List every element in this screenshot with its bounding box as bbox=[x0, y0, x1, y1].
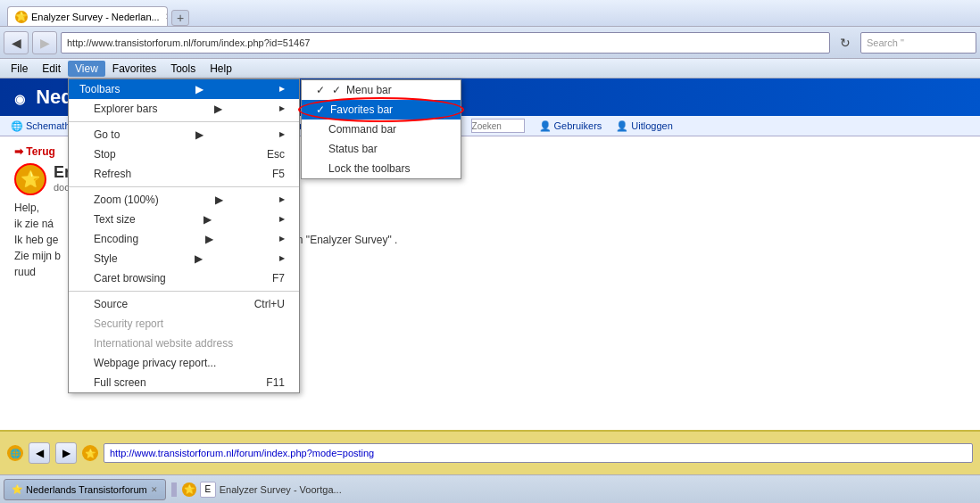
taskbar-star-icon: ⭐ bbox=[182, 482, 196, 497]
submenu-arrow5: ▶ bbox=[203, 213, 212, 226]
menu-refresh[interactable]: Refresh F5 bbox=[69, 164, 299, 184]
menu-zoom[interactable]: Zoom (100%) ▶ bbox=[69, 190, 299, 210]
forward-button[interactable]: ▶ bbox=[32, 31, 57, 54]
bottom-url[interactable]: http://www.transistorforum.nl/forum/inde… bbox=[104, 443, 973, 463]
bottom-back-btn[interactable]: ◀ bbox=[29, 442, 50, 464]
menu-zoom-label: Zoom (100%) bbox=[94, 194, 159, 206]
menu-toolbars[interactable]: Toolbars ▶ ✓ Menu bar ✓ Favorites bar bbox=[69, 79, 299, 99]
check-favoritesbar: ✓ bbox=[316, 103, 325, 116]
menu-textsize[interactable]: Text size ▶ bbox=[69, 210, 299, 229]
new-tab-button[interactable]: + bbox=[171, 10, 189, 26]
bottom-bar: 🌐 ◀ ▶ ⭐ http://www.transistorforum.nl/fo… bbox=[0, 430, 980, 474]
separator2 bbox=[69, 186, 299, 187]
title-bar: ⭐ Enalyzer Survey - Nederlan... ✕ + bbox=[0, 0, 980, 27]
menu-intl-label: International website address bbox=[94, 337, 233, 350]
submenu-statusbar[interactable]: Status bar bbox=[302, 139, 461, 159]
menu-privacy[interactable]: Webpage privacy report... bbox=[69, 353, 299, 373]
separator3 bbox=[69, 291, 299, 292]
menu-security[interactable]: Security report bbox=[69, 314, 299, 334]
menu-favorites[interactable]: Favorites bbox=[105, 61, 163, 77]
submenu-arrow2: ▶ bbox=[214, 103, 222, 115]
menu-encoding-label: Encoding bbox=[94, 233, 138, 245]
submenu-menubar-label: Menu bar bbox=[346, 84, 392, 96]
menu-stop-label: Stop bbox=[94, 148, 116, 161]
submenu-menubar[interactable]: ✓ Menu bar bbox=[302, 80, 461, 100]
tab-bar: ⭐ Enalyzer Survey - Nederlan... ✕ + bbox=[7, 0, 189, 26]
bottom-favicon: 🌐 bbox=[7, 445, 23, 461]
menu-refresh-label: Refresh bbox=[94, 168, 131, 180]
nav-zoeken[interactable] bbox=[471, 119, 525, 133]
menu-stop-shortcut: Esc bbox=[267, 148, 285, 161]
submenu-locktoolbars[interactable]: Lock the toolbars bbox=[302, 159, 461, 178]
menu-source-label: Source bbox=[94, 298, 128, 310]
menu-source-shortcut: Ctrl+U bbox=[254, 298, 285, 310]
taskbar-tab2-label: Enalyzer Survey - Voortga... bbox=[220, 484, 342, 495]
submenu-arrow3: ▶ bbox=[195, 128, 203, 141]
nav-gebruikers[interactable]: 👤 Gebruikers bbox=[539, 120, 602, 132]
menu-privacy-label: Webpage privacy report... bbox=[94, 357, 216, 369]
menu-fullscreen-label: Full screen bbox=[94, 376, 146, 389]
menu-caret[interactable]: Caret browsing F7 bbox=[69, 268, 299, 288]
submenu-arrow: ▶ bbox=[195, 83, 203, 95]
menu-view[interactable]: View Toolbars ▶ ✓ Menu bar ✓ Favorites b bbox=[68, 61, 105, 77]
menu-toolbars-label: Toolbars bbox=[79, 83, 120, 95]
taskbar-tab1-label: Nederlands Transistorforum bbox=[26, 484, 147, 495]
menu-explorerbars[interactable]: Explorer bars ▶ bbox=[69, 99, 299, 119]
menu-refresh-shortcut: F5 bbox=[272, 168, 285, 180]
url-text: http://www.transistorforum.nl/forum/inde… bbox=[67, 37, 310, 48]
separator1 bbox=[69, 121, 299, 122]
check-menubar: ✓ bbox=[332, 84, 341, 96]
submenu-locktoolbars-label: Lock the toolbars bbox=[316, 162, 410, 175]
menu-bar: File Edit View Toolbars ▶ ✓ Menu bar ✓ bbox=[0, 59, 980, 78]
view-dropdown: Toolbars ▶ ✓ Menu bar ✓ Favorites bar bbox=[68, 78, 300, 393]
address-bar[interactable]: http://www.transistorforum.nl/forum/inde… bbox=[61, 32, 830, 54]
tab-favicon: ⭐ bbox=[15, 11, 28, 23]
submenu-arrow7: ▶ bbox=[195, 252, 203, 265]
submenu-statusbar-label: Status bar bbox=[316, 143, 378, 155]
menu-source[interactable]: Source Ctrl+U bbox=[69, 294, 299, 314]
submenu-commandbar[interactable]: Command bar bbox=[302, 120, 461, 139]
bottom-forward-btn[interactable]: ▶ bbox=[55, 442, 77, 464]
close-tab-button[interactable]: ✕ bbox=[165, 12, 168, 21]
submenu-favoritesbar-label: Favorites bar bbox=[330, 103, 393, 116]
menu-encoding[interactable]: Encoding ▶ bbox=[69, 229, 299, 249]
refresh-button[interactable]: ↻ bbox=[834, 32, 857, 54]
menu-tools[interactable]: Tools bbox=[163, 61, 203, 77]
taskbar-e-icon: E bbox=[200, 482, 216, 498]
menu-edit[interactable]: Edit bbox=[35, 61, 68, 77]
menu-stop[interactable]: Stop Esc bbox=[69, 144, 299, 164]
bottom-site-icon: ⭐ bbox=[82, 445, 98, 461]
menu-style-label: Style bbox=[94, 252, 118, 265]
zoeken-input[interactable] bbox=[471, 119, 525, 133]
menu-file[interactable]: File bbox=[4, 61, 35, 77]
back-text: Terug bbox=[26, 145, 54, 158]
toolbars-submenu: ✓ Menu bar ✓ Favorites bar Command bar bbox=[301, 79, 461, 179]
search-placeholder: Search " bbox=[867, 37, 904, 48]
menu-security-label: Security report bbox=[94, 317, 163, 330]
taskbar-tab1[interactable]: ⭐ Nederlands Transistorforum ✕ bbox=[4, 479, 166, 500]
search-box[interactable]: Search " bbox=[860, 32, 976, 54]
menu-goto[interactable]: Go to ▶ bbox=[69, 125, 299, 144]
back-button[interactable]: ◀ bbox=[4, 31, 29, 54]
bottom-url-text: http://www.transistorforum.nl/forum/inde… bbox=[110, 448, 374, 458]
menu-fullscreen-shortcut: F11 bbox=[266, 376, 285, 389]
nav-uitloggen[interactable]: 👤 Uitloggen bbox=[616, 120, 672, 132]
menu-explorerbars-label: Explorer bars bbox=[94, 103, 157, 115]
menu-style[interactable]: Style ▶ bbox=[69, 249, 299, 268]
menu-caret-label: Caret browsing bbox=[94, 272, 166, 284]
menu-fullscreen[interactable]: Full screen F11 bbox=[69, 373, 299, 392]
menu-goto-label: Go to bbox=[94, 128, 120, 141]
browser-frame: ⭐ Enalyzer Survey - Nederlan... ✕ + ◀ ▶ … bbox=[0, 0, 980, 503]
menu-textsize-label: Text size bbox=[94, 213, 136, 226]
tab-title: Enalyzer Survey - Nederlan... bbox=[31, 12, 160, 22]
submenu-favoritesbar[interactable]: ✓ Favorites bar bbox=[302, 100, 461, 120]
menu-help[interactable]: Help bbox=[203, 61, 239, 77]
submenu-arrow6: ▶ bbox=[205, 233, 213, 245]
submenu-arrow4: ▶ bbox=[215, 194, 223, 206]
nav-bar: ◀ ▶ http://www.transistorforum.nl/forum/… bbox=[0, 27, 980, 59]
taskbar-separator bbox=[171, 482, 177, 497]
submenu-commandbar-label: Command bar bbox=[316, 123, 396, 136]
menu-intl[interactable]: International website address bbox=[69, 334, 299, 353]
taskbar: ⭐ Nederlands Transistorforum ✕ ⭐ E Enaly… bbox=[0, 474, 980, 503]
active-tab[interactable]: ⭐ Enalyzer Survey - Nederlan... ✕ bbox=[7, 6, 168, 26]
